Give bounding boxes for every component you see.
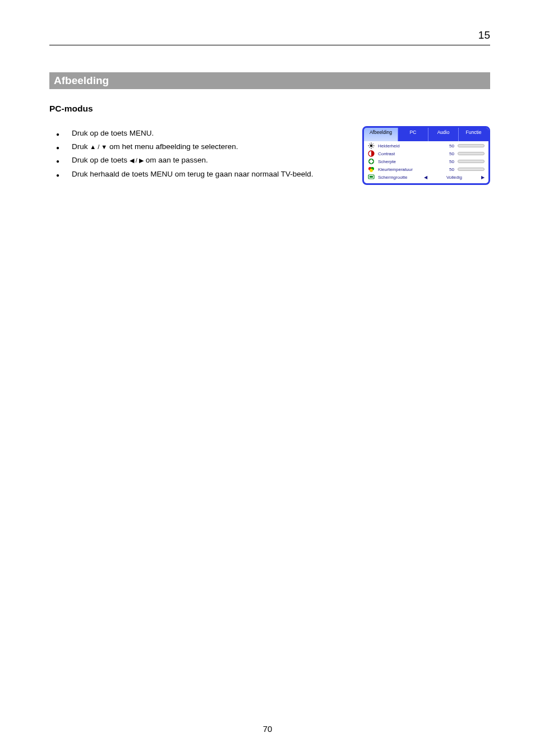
osd-row-sharpness[interactable]: Scherpte 50 [368,157,485,165]
svg-point-0 [370,145,372,147]
list-item: Druk herhaald de toets MENU om terug te … [55,169,344,179]
instruction-text: om aan te passen. [144,156,208,164]
svg-rect-15 [370,176,373,178]
instruction-list: Druk op de toets MENU. Druk ▲ / ▼ om het… [49,128,344,179]
osd-row-colortemp[interactable]: Kleurtemperatuur 50 [368,165,485,173]
osd-slider[interactable] [458,168,485,171]
osd-row-brightness[interactable]: Helderheid 50 [368,142,485,150]
osd-slider[interactable] [458,152,485,155]
svg-line-5 [369,143,370,144]
osd-tab-audio[interactable]: Audio [428,128,458,141]
header-right: 15 [478,29,490,41]
contrast-icon [368,150,375,157]
screensize-icon [368,174,375,180]
instruction-text: om het menu afbeelding te selecteren. [107,142,238,151]
instruction-text: Druk [72,142,90,151]
brightness-icon [368,142,375,149]
osd-label: Helderheid [378,143,442,149]
osd-slider[interactable] [458,160,485,163]
list-item: Druk op de toets MENU. [55,128,344,138]
osd-slider[interactable] [458,144,485,147]
osd-tab-afbeelding[interactable]: Afbeelding [364,128,398,141]
osd-row-screensize[interactable]: Schermgrootte ◀ Volledig ▶ [368,173,485,181]
section-title: Afbeelding [54,75,109,86]
osd-tab-functie[interactable]: Functie [458,128,488,141]
osd-label: Kleurtemperatuur [378,167,442,172]
left-right-icon: ◀ / ▶ [130,157,144,164]
instruction-text: Druk herhaald de toets MENU om terug te … [72,170,313,178]
osd-label: Scherpte [378,159,442,164]
osd-value-arrows[interactable]: ◀ Volledig ▶ [424,175,485,180]
page-divider [49,45,490,45]
arrow-right-icon[interactable]: ▶ [481,175,485,180]
sharpness-icon [368,158,375,165]
osd-value: 50 [445,151,454,156]
up-down-icon: ▲ / ▼ [90,143,107,150]
colortemp-icon [368,166,375,173]
osd-tab-pc[interactable]: PC [398,128,428,141]
osd-value: 50 [445,159,454,164]
svg-line-8 [369,147,370,147]
section-title-band: Afbeelding [49,72,490,89]
arrow-left-icon[interactable]: ◀ [424,175,427,180]
osd-value: 50 [445,167,454,172]
osd-value: 50 [445,143,454,149]
instruction-text: Druk op de toets [72,156,130,164]
subheading-pc-modus: PC-modus [49,104,490,114]
svg-point-13 [370,169,373,172]
osd-body: Helderheid 50 Contrast 50 [364,141,488,183]
osd-row-contrast[interactable]: Contrast 50 [368,150,485,157]
osd-label: Contrast [378,151,442,156]
osd-tab-bar: Afbeelding PC Audio Functie [364,128,488,141]
osd-label: Schermgrootte [378,175,415,180]
svg-line-6 [372,147,373,147]
instruction-text: Druk op de toets MENU. [72,129,154,137]
osd-value-text: Volledig [446,175,462,180]
list-item: Druk op de toets ◀ / ▶ om aan te passen. [55,155,344,165]
osd-panel: Afbeelding PC Audio Functie Helderheid 5… [362,126,490,185]
svg-line-7 [372,143,373,144]
list-item: Druk ▲ / ▼ om het menu afbeelding te sel… [55,142,344,152]
page-number: 70 [0,724,535,734]
